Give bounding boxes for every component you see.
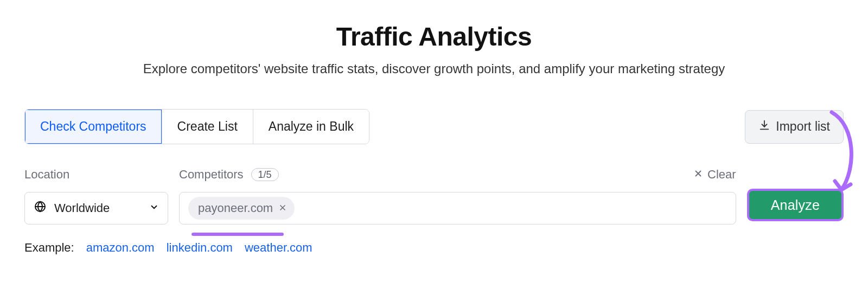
clear-button[interactable]: Clear [693,168,736,182]
page-subtitle: Explore competitors' website traffic sta… [24,61,844,76]
import-list-label: Import list [776,119,830,134]
location-group: Location Worldwide [24,166,168,224]
analyze-button[interactable]: Analyze [747,189,844,221]
example-link[interactable]: amazon.com [86,241,155,255]
example-link[interactable]: weather.com [245,241,312,255]
example-link[interactable]: linkedin.com [167,241,233,255]
examples-row: Example: amazon.com linkedin.com weather… [24,241,844,255]
location-value: Worldwide [54,201,142,215]
page-title: Traffic Analytics [24,22,844,52]
clear-label: Clear [707,168,736,182]
competitors-count-badge: 1/5 [251,168,279,181]
annotation-underline [192,233,284,236]
competitors-input[interactable]: payoneer.com [179,192,736,224]
globe-icon [34,200,47,216]
location-label-row: Location [24,166,168,183]
import-list-button[interactable]: Import list [745,110,844,144]
close-icon [693,168,703,182]
chevron-down-icon [149,201,159,215]
competitors-label: Competitors [179,168,244,182]
competitor-chip: payoneer.com [188,197,295,220]
chip-remove-button[interactable] [278,203,287,214]
download-icon [758,119,770,134]
close-icon [278,203,287,214]
examples-label: Example: [24,241,74,255]
fields-row: Location Worldwide Competitors 1/5 [24,166,844,224]
tab-group: Check Competitors Create List Analyze in… [24,109,369,144]
tabs-row: Check Competitors Create List Analyze in… [24,109,844,144]
tab-check-competitors[interactable]: Check Competitors [25,110,162,144]
location-select[interactable]: Worldwide [24,192,168,224]
analyze-group: Analyze [747,166,844,221]
competitors-group: Competitors 1/5 Clear payoneer.com [179,166,736,224]
competitor-chip-text: payoneer.com [198,201,273,215]
tab-create-list[interactable]: Create List [162,110,253,144]
tab-analyze-in-bulk[interactable]: Analyze in Bulk [253,110,369,144]
competitors-label-row: Competitors 1/5 Clear [179,166,736,183]
location-label: Location [24,168,69,182]
